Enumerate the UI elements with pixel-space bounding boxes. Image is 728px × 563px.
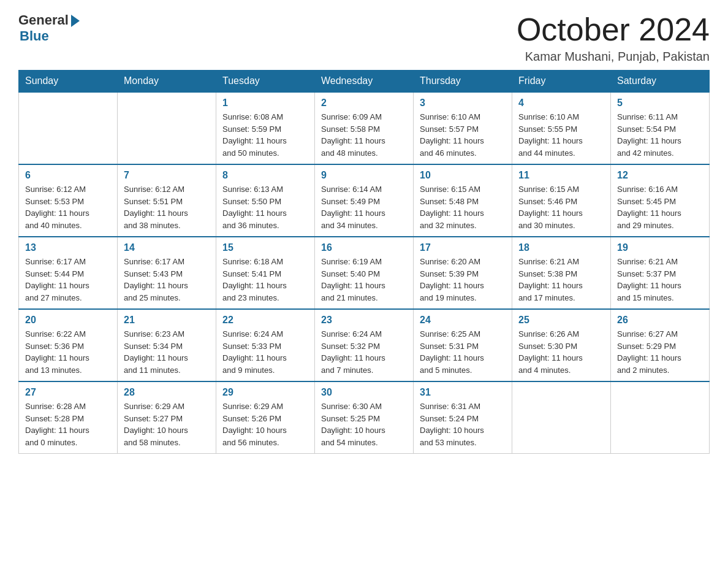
- weekday-header-saturday: Saturday: [611, 71, 710, 93]
- calendar-cell: 16Sunrise: 6:19 AM Sunset: 5:40 PM Dayli…: [315, 237, 414, 309]
- calendar-cell: 3Sunrise: 6:10 AM Sunset: 5:57 PM Daylig…: [414, 92, 512, 164]
- calendar-cell: 8Sunrise: 6:13 AM Sunset: 5:50 PM Daylig…: [216, 164, 315, 237]
- weekday-header-tuesday: Tuesday: [216, 71, 315, 93]
- calendar-cell: 15Sunrise: 6:18 AM Sunset: 5:41 PM Dayli…: [216, 237, 315, 309]
- day-info: Sunrise: 6:15 AM Sunset: 5:48 PM Dayligh…: [420, 183, 506, 231]
- day-number: 17: [420, 242, 506, 253]
- weekday-header-wednesday: Wednesday: [315, 71, 414, 93]
- day-info: Sunrise: 6:24 AM Sunset: 5:32 PM Dayligh…: [321, 328, 407, 376]
- calendar-table: SundayMondayTuesdayWednesdayThursdayFrid…: [18, 70, 710, 454]
- day-number: 15: [222, 242, 308, 253]
- day-info: Sunrise: 6:11 AM Sunset: 5:54 PM Dayligh…: [617, 111, 703, 159]
- calendar-cell: 11Sunrise: 6:15 AM Sunset: 5:46 PM Dayli…: [512, 164, 611, 237]
- day-number: 9: [321, 170, 407, 181]
- calendar-cell: 17Sunrise: 6:20 AM Sunset: 5:39 PM Dayli…: [414, 237, 512, 309]
- day-info: Sunrise: 6:12 AM Sunset: 5:51 PM Dayligh…: [124, 183, 210, 231]
- day-number: 10: [420, 170, 506, 181]
- day-number: 29: [222, 387, 308, 398]
- day-info: Sunrise: 6:30 AM Sunset: 5:25 PM Dayligh…: [321, 400, 407, 448]
- weekday-header-monday: Monday: [118, 71, 216, 93]
- weekday-header-sunday: Sunday: [19, 71, 118, 93]
- calendar-cell: 6Sunrise: 6:12 AM Sunset: 5:53 PM Daylig…: [19, 164, 118, 237]
- day-number: 16: [321, 242, 407, 253]
- calendar-cell: 29Sunrise: 6:29 AM Sunset: 5:26 PM Dayli…: [216, 381, 315, 454]
- calendar-header: SundayMondayTuesdayWednesdayThursdayFrid…: [19, 71, 710, 93]
- calendar-cell: 25Sunrise: 6:26 AM Sunset: 5:30 PM Dayli…: [512, 309, 611, 381]
- logo-general-text: General: [18, 12, 69, 28]
- day-number: 22: [222, 315, 308, 326]
- calendar-cell: [611, 381, 710, 454]
- calendar-cell: 12Sunrise: 6:16 AM Sunset: 5:45 PM Dayli…: [611, 164, 710, 237]
- calendar-cell: 4Sunrise: 6:10 AM Sunset: 5:55 PM Daylig…: [512, 92, 611, 164]
- day-info: Sunrise: 6:10 AM Sunset: 5:55 PM Dayligh…: [518, 111, 604, 159]
- day-info: Sunrise: 6:28 AM Sunset: 5:28 PM Dayligh…: [25, 400, 111, 448]
- day-info: Sunrise: 6:21 AM Sunset: 5:37 PM Dayligh…: [617, 256, 703, 304]
- day-number: 20: [25, 315, 111, 326]
- day-number: 12: [617, 170, 703, 181]
- day-number: 30: [321, 387, 407, 398]
- day-number: 26: [617, 315, 703, 326]
- day-info: Sunrise: 6:09 AM Sunset: 5:58 PM Dayligh…: [321, 111, 407, 159]
- day-number: 23: [321, 315, 407, 326]
- calendar-cell: 13Sunrise: 6:17 AM Sunset: 5:44 PM Dayli…: [19, 237, 118, 309]
- day-info: Sunrise: 6:29 AM Sunset: 5:26 PM Dayligh…: [222, 400, 308, 448]
- day-number: 7: [124, 170, 210, 181]
- day-number: 13: [25, 242, 111, 253]
- day-info: Sunrise: 6:25 AM Sunset: 5:31 PM Dayligh…: [420, 328, 506, 376]
- logo: General Blue: [18, 12, 80, 44]
- day-info: Sunrise: 6:15 AM Sunset: 5:46 PM Dayligh…: [518, 183, 604, 231]
- calendar-week-row: 6Sunrise: 6:12 AM Sunset: 5:53 PM Daylig…: [19, 164, 710, 237]
- day-info: Sunrise: 6:26 AM Sunset: 5:30 PM Dayligh…: [518, 328, 604, 376]
- title-section: October 2024 Kamar Mushani, Punjab, Paki…: [517, 12, 710, 64]
- page-header: General Blue October 2024 Kamar Mushani,…: [18, 12, 710, 64]
- calendar-cell: 26Sunrise: 6:27 AM Sunset: 5:29 PM Dayli…: [611, 309, 710, 381]
- day-number: 21: [124, 315, 210, 326]
- weekday-header-row: SundayMondayTuesdayWednesdayThursdayFrid…: [19, 71, 710, 93]
- day-number: 25: [518, 315, 604, 326]
- calendar-cell: [118, 92, 216, 164]
- day-number: 8: [222, 170, 308, 181]
- day-info: Sunrise: 6:22 AM Sunset: 5:36 PM Dayligh…: [25, 328, 111, 376]
- calendar-cell: 24Sunrise: 6:25 AM Sunset: 5:31 PM Dayli…: [414, 309, 512, 381]
- calendar-week-row: 13Sunrise: 6:17 AM Sunset: 5:44 PM Dayli…: [19, 237, 710, 309]
- day-number: 5: [617, 98, 703, 109]
- day-info: Sunrise: 6:19 AM Sunset: 5:40 PM Dayligh…: [321, 256, 407, 304]
- weekday-header-thursday: Thursday: [414, 71, 512, 93]
- logo-arrow-icon: [71, 15, 80, 27]
- calendar-cell: 14Sunrise: 6:17 AM Sunset: 5:43 PM Dayli…: [118, 237, 216, 309]
- calendar-cell: 19Sunrise: 6:21 AM Sunset: 5:37 PM Dayli…: [611, 237, 710, 309]
- weekday-header-friday: Friday: [512, 71, 611, 93]
- calendar-cell: 18Sunrise: 6:21 AM Sunset: 5:38 PM Dayli…: [512, 237, 611, 309]
- calendar-cell: 5Sunrise: 6:11 AM Sunset: 5:54 PM Daylig…: [611, 92, 710, 164]
- day-number: 6: [25, 170, 111, 181]
- day-number: 27: [25, 387, 111, 398]
- calendar-cell: 27Sunrise: 6:28 AM Sunset: 5:28 PM Dayli…: [19, 381, 118, 454]
- calendar-cell: 31Sunrise: 6:31 AM Sunset: 5:24 PM Dayli…: [414, 381, 512, 454]
- day-info: Sunrise: 6:17 AM Sunset: 5:44 PM Dayligh…: [25, 256, 111, 304]
- logo-blue-text: Blue: [20, 28, 49, 44]
- day-number: 28: [124, 387, 210, 398]
- day-number: 11: [518, 170, 604, 181]
- calendar-cell: 30Sunrise: 6:30 AM Sunset: 5:25 PM Dayli…: [315, 381, 414, 454]
- calendar-week-row: 27Sunrise: 6:28 AM Sunset: 5:28 PM Dayli…: [19, 381, 710, 454]
- day-info: Sunrise: 6:14 AM Sunset: 5:49 PM Dayligh…: [321, 183, 407, 231]
- day-number: 2: [321, 98, 407, 109]
- day-info: Sunrise: 6:12 AM Sunset: 5:53 PM Dayligh…: [25, 183, 111, 231]
- day-info: Sunrise: 6:18 AM Sunset: 5:41 PM Dayligh…: [222, 256, 308, 304]
- day-number: 14: [124, 242, 210, 253]
- day-info: Sunrise: 6:27 AM Sunset: 5:29 PM Dayligh…: [617, 328, 703, 376]
- calendar-cell: [512, 381, 611, 454]
- day-info: Sunrise: 6:24 AM Sunset: 5:33 PM Dayligh…: [222, 328, 308, 376]
- calendar-cell: 22Sunrise: 6:24 AM Sunset: 5:33 PM Dayli…: [216, 309, 315, 381]
- day-info: Sunrise: 6:17 AM Sunset: 5:43 PM Dayligh…: [124, 256, 210, 304]
- day-info: Sunrise: 6:16 AM Sunset: 5:45 PM Dayligh…: [617, 183, 703, 231]
- day-number: 3: [420, 98, 506, 109]
- day-info: Sunrise: 6:10 AM Sunset: 5:57 PM Dayligh…: [420, 111, 506, 159]
- calendar-cell: 9Sunrise: 6:14 AM Sunset: 5:49 PM Daylig…: [315, 164, 414, 237]
- calendar-cell: 2Sunrise: 6:09 AM Sunset: 5:58 PM Daylig…: [315, 92, 414, 164]
- day-info: Sunrise: 6:20 AM Sunset: 5:39 PM Dayligh…: [420, 256, 506, 304]
- calendar-cell: 7Sunrise: 6:12 AM Sunset: 5:51 PM Daylig…: [118, 164, 216, 237]
- location-text: Kamar Mushani, Punjab, Pakistan: [517, 50, 710, 64]
- calendar-week-row: 1Sunrise: 6:08 AM Sunset: 5:59 PM Daylig…: [19, 92, 710, 164]
- day-info: Sunrise: 6:31 AM Sunset: 5:24 PM Dayligh…: [420, 400, 506, 448]
